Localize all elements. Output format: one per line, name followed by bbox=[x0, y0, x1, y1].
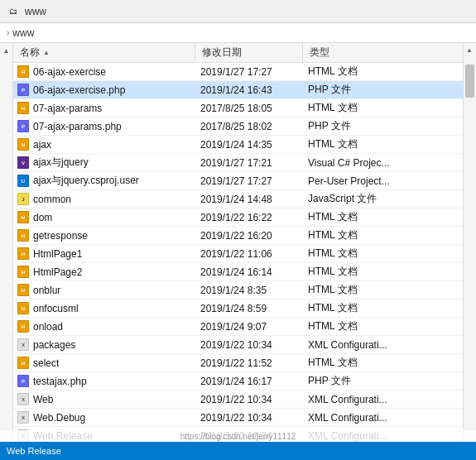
file-type: HTML 文档 bbox=[303, 263, 463, 280]
file-name: ajax与jquery bbox=[33, 156, 89, 170]
file-date: 2019/1/24 16:14 bbox=[195, 263, 303, 280]
file-date: 2019/1/24 16:43 bbox=[195, 81, 303, 98]
table-row[interactable]: H onfocusml 2019/1/24 8:59 HTML 文档 bbox=[13, 299, 463, 318]
file-type: PHP 文件 bbox=[303, 117, 463, 135]
file-date: 2019/1/24 16:17 bbox=[195, 372, 303, 390]
file-icon: J bbox=[17, 193, 30, 206]
file-type: XML Configurati... bbox=[303, 336, 463, 353]
table-row[interactable]: X Web.Debug 2019/1/22 10:34 XML Configur… bbox=[13, 409, 463, 427]
file-type: PHP 文件 bbox=[303, 372, 463, 390]
title-bar-text: www bbox=[25, 6, 46, 17]
file-name: 06-ajax-exercise.php bbox=[33, 84, 125, 96]
file-type: JavaScript 文件 bbox=[303, 190, 463, 208]
table-row[interactable]: H onload 2019/1/24 9:07 HTML 文档 bbox=[13, 318, 463, 336]
file-type: HTML 文档 bbox=[303, 245, 463, 262]
scroll-thumb[interactable] bbox=[465, 65, 474, 98]
file-name: onfocusml bbox=[33, 303, 79, 314]
status-bar: Web Release bbox=[0, 442, 476, 460]
file-date: 2019/1/24 8:59 bbox=[195, 299, 303, 317]
file-type: Visual C# Projec... bbox=[303, 154, 463, 171]
file-icon: U bbox=[17, 175, 30, 188]
file-icon: X bbox=[17, 411, 30, 424]
file-name: dom bbox=[33, 212, 52, 223]
file-date: 2017/8/25 18:05 bbox=[195, 99, 303, 117]
scroll-up-btn[interactable]: ▲ bbox=[464, 43, 475, 56]
file-name: common bbox=[33, 194, 71, 205]
file-name: onload bbox=[33, 321, 63, 333]
table-row[interactable]: H onblur 2019/1/24 8:35 HTML 文档 bbox=[13, 281, 463, 299]
file-icon: H bbox=[17, 302, 30, 315]
file-date: 2019/1/24 14:48 bbox=[195, 190, 303, 208]
table-row[interactable]: P testajax.php 2019/1/24 16:17 PHP 文件 bbox=[13, 372, 463, 391]
file-icon: X bbox=[17, 393, 30, 406]
file-type: XML Configurati... bbox=[303, 391, 463, 408]
scroll-up-arrow[interactable]: ▲ bbox=[1, 45, 12, 56]
file-icon: H bbox=[17, 211, 30, 224]
file-date: 2019/1/22 11:52 bbox=[195, 354, 303, 371]
file-name: Web.Debug bbox=[33, 412, 85, 424]
file-name: select bbox=[33, 357, 59, 369]
file-name: HtmlPage2 bbox=[33, 266, 82, 278]
table-row[interactable]: P 07-ajax-params.php 2017/8/25 18:02 PHP… bbox=[13, 117, 463, 136]
file-date: 2019/1/27 17:21 bbox=[195, 154, 303, 171]
file-name: packages bbox=[33, 339, 75, 351]
file-type: HTML 文档 bbox=[303, 136, 463, 153]
file-name: Web bbox=[33, 394, 53, 405]
col-header-type[interactable]: 类型 bbox=[303, 43, 463, 62]
file-type: HTML 文档 bbox=[303, 281, 463, 299]
table-row[interactable]: V ajax与jquery 2019/1/27 17:21 Visual C# … bbox=[13, 154, 463, 172]
table-row[interactable]: H 06-ajax-exercise 2019/1/27 17:27 HTML … bbox=[13, 63, 463, 81]
file-type: HTML 文档 bbox=[303, 299, 463, 317]
breadcrumb: › www bbox=[0, 23, 476, 43]
table-row[interactable]: H 07-ajax-params 2017/8/25 18:05 HTML 文档 bbox=[13, 99, 463, 117]
file-type: HTML 文档 bbox=[303, 318, 463, 335]
file-type: HTML 文档 bbox=[303, 354, 463, 371]
sort-arrow-icon: ▲ bbox=[43, 49, 50, 56]
table-row[interactable]: H HtmlPage2 2019/1/24 16:14 HTML 文档 bbox=[13, 263, 463, 281]
file-icon: P bbox=[17, 84, 30, 97]
table-row[interactable]: U ajax与jquery.csproj.user 2019/1/27 17:2… bbox=[13, 172, 463, 190]
table-row[interactable]: H ajax 2019/1/24 14:35 HTML 文档 bbox=[13, 136, 463, 154]
table-row[interactable]: X Web 2019/1/22 10:34 XML Configurati... bbox=[13, 391, 463, 409]
table-row[interactable]: H dom 2019/1/22 16:22 HTML 文档 bbox=[13, 208, 463, 227]
file-type: HTML 文档 bbox=[303, 99, 463, 117]
table-row[interactable]: H HtmlPage1 2019/1/22 11:06 HTML 文档 bbox=[13, 245, 463, 263]
file-name: testajax.php bbox=[33, 376, 87, 387]
file-date: 2019/1/24 14:35 bbox=[195, 136, 303, 153]
file-date: 2019/1/22 10:34 bbox=[195, 391, 303, 408]
file-date: 2019/1/22 16:20 bbox=[195, 227, 303, 244]
col-header-name[interactable]: 名称 ▲ bbox=[13, 43, 195, 62]
breadcrumb-arrow: › bbox=[7, 28, 9, 37]
left-scrollbar[interactable]: ▲ bbox=[0, 43, 13, 460]
table-row[interactable]: H select 2019/1/22 11:52 HTML 文档 bbox=[13, 354, 463, 372]
file-icon: H bbox=[17, 357, 30, 370]
file-name: getresponse bbox=[33, 230, 88, 242]
file-icon: P bbox=[17, 120, 30, 133]
file-name: 06-ajax-exercise bbox=[33, 66, 106, 78]
right-scrollbar[interactable]: ▲ ▼ bbox=[463, 43, 476, 460]
file-date: 2019/1/22 16:22 bbox=[195, 208, 303, 226]
column-headers: 名称 ▲ 修改日期 类型 bbox=[13, 43, 463, 63]
file-icon: H bbox=[17, 65, 30, 79]
col-header-date[interactable]: 修改日期 bbox=[195, 43, 303, 62]
table-row[interactable]: X packages 2019/1/22 10:34 XML Configura… bbox=[13, 336, 463, 354]
file-date: 2019/1/22 10:34 bbox=[195, 336, 303, 353]
file-icon: H bbox=[17, 138, 30, 151]
file-type: PHP 文件 bbox=[303, 81, 463, 98]
file-icon: H bbox=[17, 102, 30, 115]
file-date: 2019/1/22 10:34 bbox=[195, 409, 303, 426]
table-row[interactable]: J common 2019/1/24 14:48 JavaScript 文件 bbox=[13, 190, 463, 208]
file-icon: V bbox=[17, 156, 30, 170]
file-icon: H bbox=[17, 247, 30, 261]
file-name: 07-ajax-params bbox=[33, 103, 102, 114]
breadcrumb-item: www bbox=[12, 27, 34, 39]
file-name: ajax bbox=[33, 139, 51, 151]
title-bar: 🗂 www bbox=[0, 0, 476, 23]
table-row[interactable]: H getresponse 2019/1/22 16:20 HTML 文档 bbox=[13, 227, 463, 245]
file-list: H 06-ajax-exercise 2019/1/27 17:27 HTML … bbox=[13, 63, 463, 460]
file-icon: P bbox=[17, 375, 30, 388]
file-icon: H bbox=[17, 266, 30, 279]
file-type: XML Configurati... bbox=[303, 409, 463, 426]
table-row[interactable]: P 06-ajax-exercise.php 2019/1/24 16:43 P… bbox=[13, 81, 463, 99]
file-date: 2019/1/22 11:06 bbox=[195, 245, 303, 262]
